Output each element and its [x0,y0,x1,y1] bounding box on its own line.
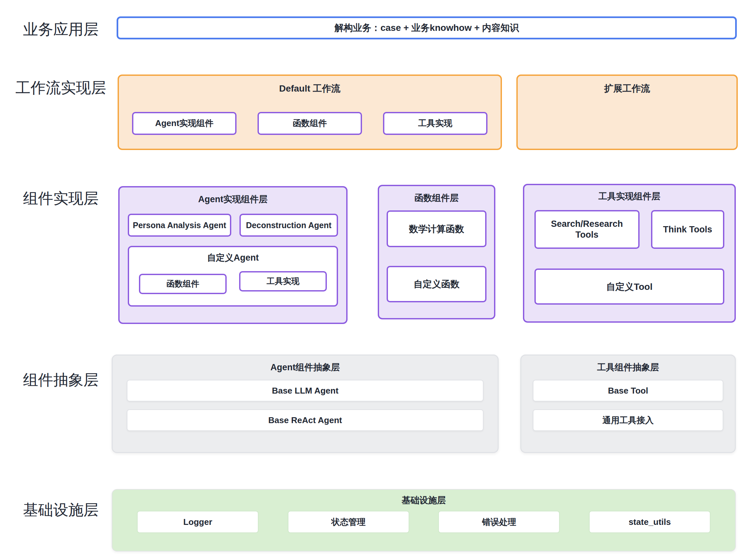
search-research-tools-box: Search/Research Tools [535,210,640,249]
custom-agent-title: 自定义Agent [129,247,337,263]
generic-tool-access-box: 通用工具接入 [533,409,723,431]
persona-analysis-agent-box: Persona Analysis Agent [128,214,231,237]
agent-abstraction-title: Agent组件抽象层 [113,355,498,373]
workflow-item-function: 函数组件 [258,112,362,135]
math-function-box: 数学计算函数 [387,210,486,247]
layer-label-workflow: 工作流实现层 [7,79,115,97]
custom-agent-item-function: 函数组件 [139,274,227,294]
extended-workflow-title: 扩展工作流 [518,76,737,94]
state-management-box: 状态管理 [288,511,409,533]
think-tools-box: Think Tools [651,210,724,249]
base-react-agent-box: Base ReAct Agent [127,409,484,431]
layer-label-component-impl: 组件实现层 [7,189,115,207]
infrastructure-panel-title: 基础设施层 [112,490,735,505]
extended-workflow-panel: 扩展工作流 [516,74,738,150]
tool-impl-panel-title: 工具实现组件层 [524,185,735,202]
logger-box: Logger [137,511,259,533]
tool-impl-panel: 工具实现组件层 Search/Research Tools Think Tool… [523,184,736,323]
custom-agent-box: 自定义Agent 函数组件 工具实现 [128,246,338,307]
base-tool-box: Base Tool [533,380,723,401]
function-panel-title: 函数组件层 [379,186,494,203]
workflow-item-tool: 工具实现 [383,112,487,135]
agent-impl-panel-title: Agent实现组件层 [120,187,346,205]
default-workflow-panel: Default 工作流 Agent实现组件 函数组件 工具实现 [118,74,502,150]
custom-agent-item-tool: 工具实现 [239,271,327,291]
layer-label-abstraction: 组件抽象层 [7,371,115,389]
deconstruction-agent-box: Deconstruction Agent [239,214,338,237]
business-banner: 解构业务：case + 业务knowhow + 内容知识 [117,16,737,39]
default-workflow-title: Default 工作流 [119,76,500,94]
tool-abstraction-panel: 工具组件抽象层 Base Tool 通用工具接入 [520,354,736,453]
agent-impl-panel: Agent实现组件层 Persona Analysis Agent Decons… [118,186,348,324]
custom-tool-box: 自定义Tool [535,269,724,305]
workflow-item-agent-impl: Agent实现组件 [132,112,236,135]
architecture-diagram: 业务应用层 工作流实现层 组件实现层 组件抽象层 基础设施层 解构业务：case… [0,0,745,560]
agent-abstraction-panel: Agent组件抽象层 Base LLM Agent Base ReAct Age… [112,354,499,453]
layer-label-infrastructure: 基础设施层 [7,501,115,519]
base-llm-agent-box: Base LLM Agent [127,380,484,401]
tool-abstraction-title: 工具组件抽象层 [521,355,735,373]
custom-function-box: 自定义函数 [387,266,486,302]
function-panel: 函数组件层 数学计算函数 自定义函数 [378,185,495,319]
state-utils-box: state_utils [589,511,711,533]
layer-label-business: 业务应用层 [7,20,115,38]
infrastructure-panel: 基础设施层 Logger 状态管理 错误处理 state_utils [112,489,736,552]
error-handling-box: 错误处理 [438,511,560,533]
